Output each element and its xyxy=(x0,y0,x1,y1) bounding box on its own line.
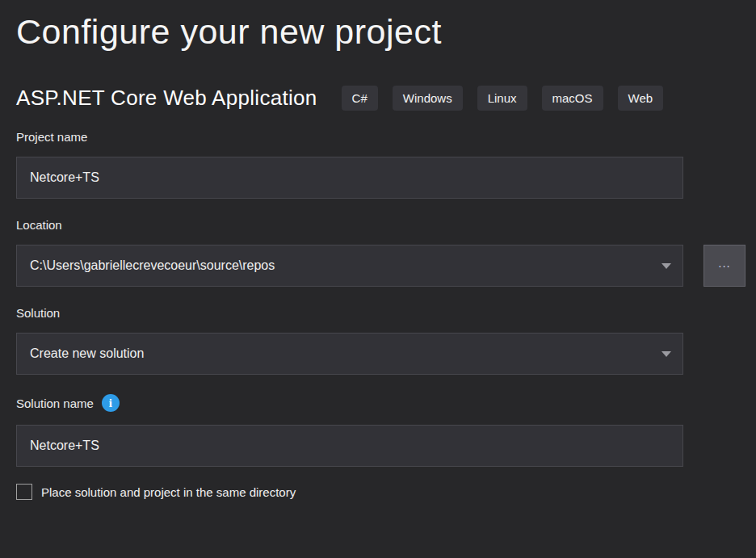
project-name-input[interactable] xyxy=(16,157,683,199)
project-name-label: Project name xyxy=(16,130,756,144)
same-directory-row: Place solution and project in the same d… xyxy=(16,484,756,500)
template-header: ASP.NET Core Web Application C# Windows … xyxy=(16,86,756,111)
template-name: ASP.NET Core Web Application xyxy=(16,86,317,111)
same-directory-label: Place solution and project in the same d… xyxy=(41,485,296,499)
solution-name-label-row: Solution name i xyxy=(16,394,756,412)
info-icon[interactable]: i xyxy=(102,394,120,412)
tag-linux: Linux xyxy=(477,86,527,111)
tag-macos: macOS xyxy=(542,86,603,111)
tag-csharp: C# xyxy=(342,86,378,111)
project-name-group: Project name xyxy=(16,130,756,199)
solution-value: Create new solution xyxy=(30,346,144,361)
tag-windows: Windows xyxy=(393,86,463,111)
tag-web: Web xyxy=(618,86,664,111)
location-label: Location xyxy=(16,218,756,232)
location-row: C:\Users\gabriellecrevecoeur\source\repo… xyxy=(16,245,756,287)
template-tags: C# Windows Linux macOS Web xyxy=(342,86,664,111)
browse-location-button[interactable]: ... xyxy=(704,245,746,287)
location-value: C:\Users\gabriellecrevecoeur\source\repo… xyxy=(30,258,275,273)
location-group: Location C:\Users\gabriellecrevecoeur\so… xyxy=(16,218,756,287)
solution-combobox[interactable]: Create new solution xyxy=(16,333,683,375)
chevron-down-icon xyxy=(662,263,671,269)
same-directory-checkbox[interactable] xyxy=(16,484,32,500)
chevron-down-icon xyxy=(662,351,671,357)
solution-name-group: Solution name i xyxy=(16,394,756,467)
solution-group: Solution Create new solution xyxy=(16,306,756,375)
solution-name-input[interactable] xyxy=(16,425,683,467)
location-combobox[interactable]: C:\Users\gabriellecrevecoeur\source\repo… xyxy=(16,245,683,287)
page-title: Configure your new project xyxy=(16,8,756,55)
configure-project-dialog: Configure your new project ASP.NET Core … xyxy=(0,0,756,558)
solution-label: Solution xyxy=(16,306,756,320)
solution-name-label: Solution name xyxy=(16,396,94,410)
